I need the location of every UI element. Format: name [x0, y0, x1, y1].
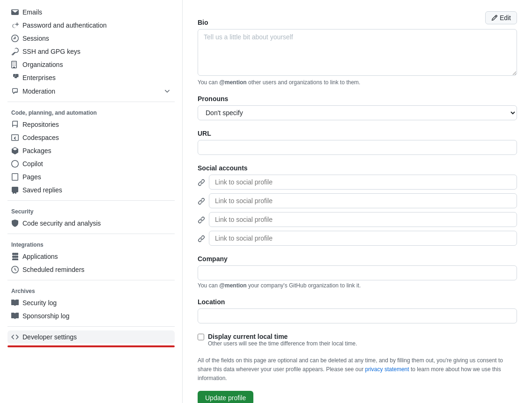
sidebar-item-code-security[interactable]: Code security and analysis — [7, 217, 175, 230]
sidebar-label-pages: Pages — [22, 173, 41, 181]
pronouns-select[interactable]: Don't specify they/them she/her he/him C… — [198, 105, 517, 120]
display-time-label[interactable]: Display current local time — [208, 333, 288, 340]
sidebar-item-moderation[interactable]: Moderation — [7, 84, 175, 98]
sidebar-label-emails: Emails — [22, 8, 42, 16]
social-row-4 — [198, 231, 517, 246]
edit-pencil-icon — [491, 15, 498, 21]
sidebar-label-password: Password and authentication — [22, 22, 107, 29]
sidebar-item-sessions[interactable]: Sessions — [7, 32, 175, 45]
sidebar-label-enterprises: Enterprises — [22, 74, 56, 81]
email-icon — [11, 8, 19, 16]
applications-icon — [11, 253, 19, 260]
sidebar-label-saved-replies: Saved replies — [22, 186, 62, 194]
saved-replies-icon — [11, 186, 19, 194]
repo-icon — [11, 121, 19, 128]
pronouns-section: Pronouns Don't specify they/them she/her… — [198, 95, 517, 120]
password-icon — [11, 22, 19, 29]
sidebar-item-emails[interactable]: Emails — [7, 6, 175, 19]
sidebar-item-saved-replies[interactable]: Saved replies — [7, 183, 175, 197]
bio-help: You can @mention other users and organiz… — [198, 79, 517, 86]
social-accounts-label: Social accounts — [198, 164, 517, 172]
sidebar: Emails Password and authentication Sessi… — [0, 0, 183, 403]
section-security: Security — [7, 205, 175, 217]
social-input-4[interactable] — [209, 231, 517, 246]
company-label: Company — [198, 255, 517, 263]
red-progress-bar — [7, 345, 175, 347]
location-label: Location — [198, 298, 517, 306]
sidebar-item-repositories[interactable]: Repositories — [7, 118, 175, 131]
display-time-checkbox[interactable] — [198, 334, 204, 340]
company-input[interactable] — [198, 265, 517, 280]
bio-section: Bio You can @mention other users and org… — [198, 19, 517, 86]
sidebar-label-moderation: Moderation — [22, 88, 55, 95]
sidebar-item-pages[interactable]: Pages — [7, 170, 175, 183]
social-row-2 — [198, 193, 517, 208]
sidebar-label-copilot: Copilot — [22, 160, 43, 168]
sidebar-label-sponsorship-log: Sponsorship log — [22, 312, 69, 320]
update-profile-button[interactable]: Update profile — [198, 391, 253, 403]
sidebar-item-ssh-gpg[interactable]: SSH and GPG keys — [7, 45, 175, 58]
privacy-statement-link[interactable]: privacy statement — [365, 366, 409, 373]
social-row-3 — [198, 212, 517, 227]
section-integrations: Integrations — [7, 238, 175, 250]
sidebar-label-codespaces: Codespaces — [22, 134, 59, 141]
social-accounts-section: Social accounts — [198, 164, 517, 246]
sidebar-item-security-log[interactable]: Security log — [7, 296, 175, 309]
sidebar-label-security-log: Security log — [22, 299, 57, 307]
sidebar-label-packages: Packages — [22, 147, 51, 154]
edit-button[interactable]: Edit — [485, 11, 517, 24]
link-icon-3 — [198, 215, 205, 223]
sidebar-item-developer-settings[interactable]: Developer settings — [7, 330, 175, 344]
sidebar-item-password[interactable]: Password and authentication — [7, 19, 175, 32]
bio-textarea[interactable] — [198, 29, 517, 76]
sidebar-label-applications: Applications — [22, 253, 58, 260]
main-content: Edit Bio You can @mention other users an… — [183, 0, 532, 403]
social-input-3[interactable] — [209, 212, 517, 227]
bio-label: Bio — [198, 19, 517, 26]
sidebar-item-scheduled-reminders[interactable]: Scheduled reminders — [7, 263, 175, 276]
sidebar-label-scheduled-reminders: Scheduled reminders — [22, 266, 84, 273]
divider-4 — [7, 280, 175, 280]
link-icon-2 — [198, 197, 205, 205]
code-icon — [11, 333, 19, 341]
edit-button-label: Edit — [500, 14, 511, 22]
sidebar-label-developer-settings: Developer settings — [22, 333, 77, 341]
clock-icon — [11, 266, 19, 273]
sidebar-item-organizations[interactable]: Organizations — [7, 58, 175, 71]
sessions-icon — [11, 35, 19, 42]
sidebar-item-applications[interactable]: Applications — [7, 250, 175, 263]
enterprise-icon — [11, 74, 19, 81]
divider-1 — [7, 102, 175, 102]
sidebar-item-enterprises[interactable]: Enterprises — [7, 71, 175, 84]
sidebar-item-copilot[interactable]: Copilot — [7, 157, 175, 170]
chevron-down-icon — [163, 87, 171, 95]
sidebar-label-code-security: Code security and analysis — [22, 220, 101, 227]
divider-2 — [7, 200, 175, 201]
display-time-section: Display current local time Other users w… — [198, 333, 517, 347]
section-code: Code, planning, and automation — [7, 106, 175, 118]
divider-3 — [7, 234, 175, 234]
sponsorship-log-icon — [11, 312, 19, 320]
divider-5 — [7, 326, 175, 327]
moderation-icon — [11, 88, 19, 95]
key-icon — [11, 48, 19, 55]
copilot-icon — [11, 160, 19, 168]
url-input[interactable] — [198, 140, 517, 155]
log-icon — [11, 299, 19, 307]
url-label: URL — [198, 130, 517, 137]
sidebar-item-packages[interactable]: Packages — [7, 144, 175, 157]
company-help: You can @mention your company's GitHub o… — [198, 282, 517, 289]
pages-icon — [11, 173, 19, 181]
sidebar-item-sponsorship-log[interactable]: Sponsorship log — [7, 309, 175, 322]
social-input-2[interactable] — [209, 193, 517, 208]
shield-icon — [11, 220, 19, 227]
social-input-1[interactable] — [209, 175, 517, 190]
location-input[interactable] — [198, 308, 517, 323]
footer-note: All of the fields on this page are optio… — [198, 356, 517, 383]
url-section: URL — [198, 130, 517, 155]
display-time-row: Display current local time Other users w… — [198, 333, 517, 347]
company-section: Company You can @mention your company's … — [198, 255, 517, 289]
packages-icon — [11, 147, 19, 154]
sidebar-item-codespaces[interactable]: Codespaces — [7, 131, 175, 144]
pronouns-label: Pronouns — [198, 95, 517, 103]
